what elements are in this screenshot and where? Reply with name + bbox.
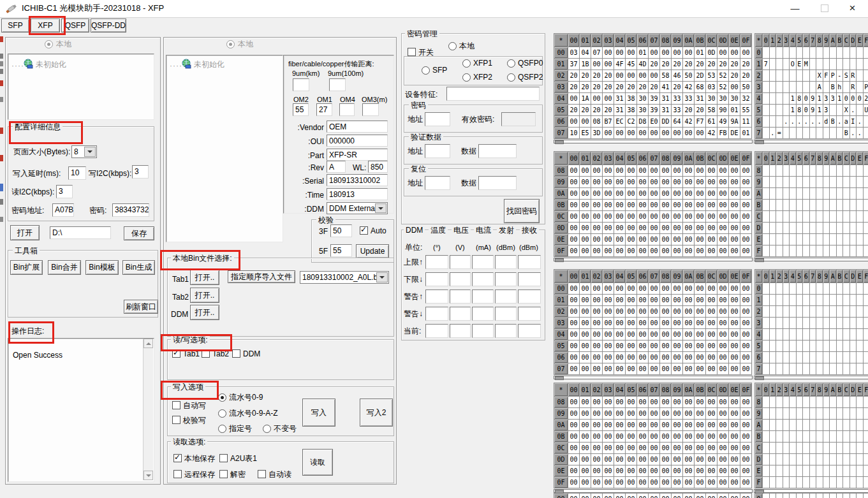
hex-byte-cell[interactable]: 00 xyxy=(649,200,660,211)
hex-byte-cell[interactable]: 04 xyxy=(580,47,591,59)
hex-byte-cell[interactable]: 00 xyxy=(683,223,695,234)
order-import-button[interactable]: 指定顺序导入文件 xyxy=(228,270,295,283)
hex-byte-cell[interactable]: 00 xyxy=(637,431,649,443)
hex-byte-cell[interactable]: 20 xyxy=(729,59,740,70)
hex-byte-cell[interactable]: 00 xyxy=(683,283,695,295)
hex-byte-cell[interactable]: 00 xyxy=(580,295,591,306)
hex-byte-cell[interactable]: 00 xyxy=(740,188,752,200)
hex-byte-cell[interactable]: 9A xyxy=(729,116,740,128)
hex-byte-cell[interactable]: 00 xyxy=(637,211,649,223)
hex-byte-cell[interactable]: 00 xyxy=(580,408,591,420)
hex-byte-cell[interactable]: 00 xyxy=(683,200,695,211)
hex-byte-cell[interactable]: 00 xyxy=(649,454,660,465)
hex-byte-cell[interactable]: 00 xyxy=(672,283,683,295)
hex-byte-cell[interactable]: C2 xyxy=(626,116,637,128)
hex-byte-cell[interactable]: 00 xyxy=(603,165,614,177)
hex-byte-cell[interactable]: 00 xyxy=(637,397,649,408)
tab-xfp[interactable]: XFP xyxy=(31,18,60,33)
hex-byte-cell[interactable]: 00 xyxy=(717,223,729,234)
hex-byte-cell[interactable]: 00 xyxy=(672,465,683,477)
hex-byte-cell[interactable]: 00 xyxy=(603,443,614,454)
hex-byte-cell[interactable]: 00 xyxy=(591,223,603,234)
hex-byte-cell[interactable]: 00 xyxy=(591,397,603,408)
hex-byte-cell[interactable]: 30 xyxy=(729,93,740,105)
hex-byte-cell[interactable]: 00 xyxy=(672,494,683,498)
hex-byte-cell[interactable]: 00 xyxy=(672,128,683,139)
hex-byte-cell[interactable]: 00 xyxy=(637,420,649,431)
hex-byte-cell[interactable]: 00 xyxy=(683,245,695,257)
maximize-button[interactable] xyxy=(810,0,839,17)
hex-byte-cell[interactable]: 00 xyxy=(626,306,637,318)
hex-byte-cell[interactable]: 00 xyxy=(672,165,683,177)
hex-byte-cell[interactable]: 31 xyxy=(614,105,626,116)
hex-byte-cell[interactable]: 00 xyxy=(717,443,729,454)
hex-byte-cell[interactable]: 00 xyxy=(603,352,614,363)
hex-byte-cell[interactable]: 00 xyxy=(649,47,660,59)
hex-byte-cell[interactable]: FB xyxy=(717,128,729,139)
hex-byte-cell[interactable]: 00 xyxy=(649,223,660,234)
hex-byte-cell[interactable]: 00 xyxy=(603,234,614,245)
hex-byte-cell[interactable]: 00 xyxy=(580,454,591,465)
hex-byte-cell[interactable]: 20 xyxy=(580,82,591,93)
hex-scroll-thumb[interactable] xyxy=(555,376,564,380)
hex-byte-cell[interactable]: 03 xyxy=(706,82,717,93)
hex-byte-cell[interactable]: 00 xyxy=(660,211,672,223)
ddm-value-field[interactable] xyxy=(472,255,494,269)
hex-scroll-thumb[interactable] xyxy=(755,140,764,144)
hex-byte-cell[interactable]: 00 xyxy=(649,211,660,223)
hex-byte-cell[interactable]: 00 xyxy=(717,295,729,306)
hex-byte-cell[interactable]: 00 xyxy=(729,420,740,431)
om2-field[interactable]: 55 xyxy=(293,103,309,116)
hex-byte-cell[interactable]: 00 xyxy=(603,128,614,139)
time-field[interactable]: 180913 xyxy=(327,188,388,200)
hex-scroll-strip[interactable] xyxy=(754,140,868,143)
hex-byte-cell[interactable]: 20 xyxy=(591,105,603,116)
hex-byte-cell[interactable]: 01 xyxy=(695,47,706,59)
hex-byte-cell[interactable]: 00 xyxy=(614,420,626,431)
hex-byte-cell[interactable]: 00 xyxy=(683,295,695,306)
hex-byte-cell[interactable]: 00 xyxy=(717,306,729,318)
write-button[interactable]: 写入 xyxy=(302,399,335,427)
hex-byte-cell[interactable]: 10 xyxy=(568,128,580,139)
middle-tree-item[interactable]: 未初始化 xyxy=(194,60,224,69)
hex-byte-cell[interactable]: 00 xyxy=(626,329,637,341)
hex-byte-cell[interactable]: 00 xyxy=(649,420,660,431)
hex-byte-cell[interactable]: 30 xyxy=(706,93,717,105)
hex-byte-cell[interactable]: 00 xyxy=(591,341,603,352)
save-button[interactable]: 保存 xyxy=(124,226,154,240)
hex-byte-cell[interactable]: 20 xyxy=(695,59,706,70)
hex-byte-cell[interactable]: 00 xyxy=(614,431,626,443)
hex-byte-cell[interactable]: 00 xyxy=(683,494,695,498)
hex-byte-cell[interactable]: 00 xyxy=(740,494,752,498)
hex-byte-cell[interactable]: 00 xyxy=(729,223,740,234)
hex-byte-cell[interactable]: 20 xyxy=(614,82,626,93)
hex-byte-cell[interactable]: 00 xyxy=(729,318,740,329)
hex-byte-cell[interactable]: 37 xyxy=(568,59,580,70)
hex-byte-cell[interactable]: 00 xyxy=(740,477,752,488)
hex-byte-cell[interactable]: 00 xyxy=(717,200,729,211)
serial09az-radio[interactable] xyxy=(218,409,226,418)
hex-byte-cell[interactable]: 1A xyxy=(580,93,591,105)
hex-byte-cell[interactable]: 00 xyxy=(672,47,683,59)
ddm-value-field[interactable] xyxy=(518,307,541,321)
ddm-value-field[interactable] xyxy=(472,324,494,338)
hex-byte-cell[interactable]: 00 xyxy=(729,431,740,443)
decrypt-checkbox[interactable] xyxy=(219,470,228,478)
hex-byte-cell[interactable]: 00 xyxy=(706,283,717,295)
hex-byte-cell[interactable]: 00 xyxy=(672,295,683,306)
om3-field[interactable] xyxy=(362,103,379,116)
page-size-select[interactable]: 8 xyxy=(71,145,97,158)
hex-byte-cell[interactable]: 00 xyxy=(626,420,637,431)
fiber-9um-km-field[interactable] xyxy=(293,78,309,91)
hex-byte-cell[interactable]: 20 xyxy=(591,70,603,82)
rw-tab1-checkbox[interactable] xyxy=(172,349,180,358)
hex-byte-cell[interactable]: 00 xyxy=(695,234,706,245)
ddm-value-field[interactable] xyxy=(472,307,494,321)
hex-byte-cell[interactable]: 00 xyxy=(740,431,752,443)
hex-byte-cell[interactable]: 01 xyxy=(637,47,649,59)
hex-byte-cell[interactable]: 00 xyxy=(729,177,740,188)
hex-byte-cell[interactable]: 00 xyxy=(614,283,626,295)
hex-byte-cell[interactable]: 00 xyxy=(580,363,591,375)
tab-sfp[interactable]: SFP xyxy=(1,18,29,33)
hex-byte-cell[interactable]: 20 xyxy=(580,70,591,82)
